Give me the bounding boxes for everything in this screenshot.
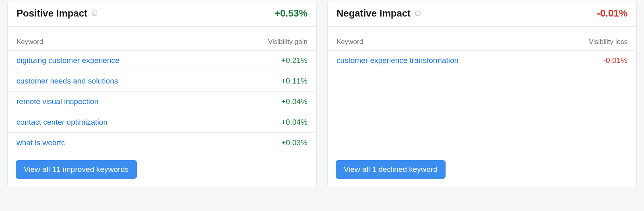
positive-card-footer: View all 11 improved keywords [8,153,316,188]
info-icon[interactable] [415,10,421,17]
visibility-value: +0.04% [281,118,308,127]
info-icon[interactable] [91,10,98,17]
visibility-value: +0.04% [281,97,308,106]
positive-impact-card: Positive Impact +0.53% Keyword Visibilit… [7,0,317,188]
col-header-keyword: Keyword [17,38,43,46]
positive-rows: digitizing customer experience +0.21% cu… [8,50,316,153]
svg-point-5 [417,12,418,12]
negative-impact-card: Negative Impact -0.01% Keyword Visibilit… [327,0,637,188]
visibility-value: +0.03% [281,138,308,147]
positive-card-header: Positive Impact +0.53% [8,0,316,27]
col-header-value: Visibility gain [268,38,308,46]
col-header-keyword: Keyword [336,38,363,46]
positive-title-wrap: Positive Impact [17,8,98,19]
positive-title: Positive Impact [17,8,87,19]
visibility-value: +0.11% [281,77,308,86]
keyword-link[interactable]: customer needs and solutions [17,77,118,86]
svg-point-2 [94,12,95,12]
keyword-link[interactable]: contact center optimization [17,118,107,127]
keyword-link[interactable]: digitizing customer experience [17,56,120,65]
keyword-link[interactable]: remote visual inspection [17,97,99,106]
negative-rows: customer experience transformation -0.01… [328,50,636,153]
keyword-link[interactable]: what is webrtc [17,138,65,147]
positive-table-head: Keyword Visibility gain [8,27,316,50]
view-all-declined-button[interactable]: View all 1 declined keyword [336,160,446,179]
visibility-value: -0.01% [603,56,627,65]
table-row: customer experience transformation -0.01… [328,50,636,71]
visibility-value: +0.21% [281,56,308,65]
negative-title: Negative Impact [336,8,411,19]
col-header-value: Visibility loss [589,38,627,46]
negative-card-header: Negative Impact -0.01% [328,0,636,27]
negative-title-wrap: Negative Impact [336,8,421,19]
positive-total: +0.53% [275,8,308,19]
negative-total: -0.01% [597,8,627,19]
keyword-link[interactable]: customer experience transformation [336,56,458,65]
table-row: contact center optimization +0.04% [8,112,316,133]
impact-cards-container: Positive Impact +0.53% Keyword Visibilit… [0,0,644,188]
table-row: what is webrtc +0.03% [8,133,316,153]
negative-card-footer: View all 1 declined keyword [328,153,636,188]
table-row: remote visual inspection +0.04% [8,92,316,112]
view-all-improved-button[interactable]: View all 11 improved keywords [16,160,137,179]
table-row: customer needs and solutions +0.11% [8,71,316,92]
negative-table-head: Keyword Visibility loss [328,27,636,50]
table-row: digitizing customer experience +0.21% [8,50,316,71]
